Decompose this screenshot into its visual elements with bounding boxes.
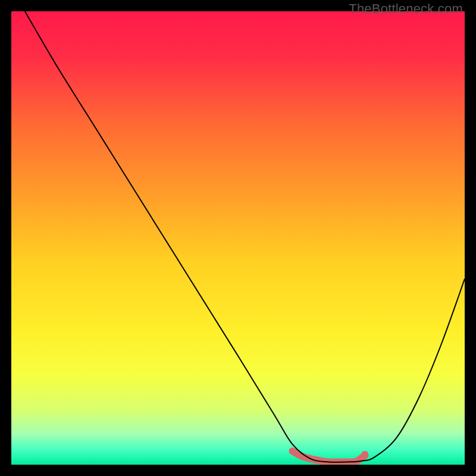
watermark-text: TheBottleneck.com: [349, 1, 463, 17]
svg-point-0: [361, 451, 368, 458]
chart-frame: [11, 11, 465, 465]
gradient-background: [11, 11, 465, 465]
chart-svg: [11, 11, 465, 465]
